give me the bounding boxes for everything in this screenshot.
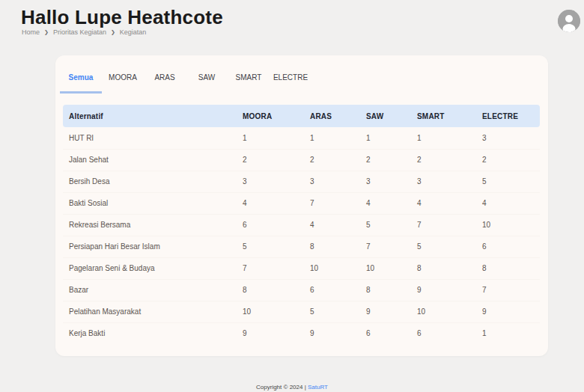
cell-alternatif: Bersih Desa [63,171,237,192]
cell-value: 10 [476,214,540,236]
cell-value: 7 [237,257,304,279]
cell-value: 1 [237,127,304,149]
tab-bar: Semua MOORA ARAS SAW SMART ELECTRE [55,55,548,94]
person-icon [558,10,580,32]
cell-value: 5 [237,236,304,257]
table-row: Rekreasi Bersama 6 4 5 7 10 [63,214,540,236]
cell-value: 1 [304,127,360,149]
breadcrumb-item-kegiatan: Kegiatan [120,28,147,36]
cell-value: 4 [476,192,540,214]
table-row: Jalan Sehat 2 2 2 2 2 [63,149,540,171]
table-row: Bersih Desa 3 3 3 3 5 [63,171,540,192]
alternatif-table-container: Alternatif MOORA ARAS SAW SMART ELECTRE … [63,105,532,344]
cell-value: 5 [476,171,540,192]
cell-value: 7 [476,279,540,301]
cell-value: 6 [360,322,411,344]
cell-value: 4 [304,214,360,236]
cell-value: 6 [304,279,360,301]
cell-value: 9 [411,279,476,301]
chevron-right-icon: ❯ [111,29,115,35]
cell-alternatif: Jalan Sehat [63,149,237,171]
cell-value: 9 [476,301,540,322]
column-header-smart: SMART [411,105,476,127]
cell-value: 6 [411,322,476,344]
cell-alternatif: Bakti Sosial [63,192,237,214]
cell-value: 10 [360,257,411,279]
cell-value: 5 [304,301,360,322]
cell-alternatif: Pelatihan Masyarakat [63,301,237,322]
cell-value: 10 [237,301,304,322]
cell-value: 8 [360,279,411,301]
cell-value: 9 [304,322,360,344]
cell-value: 3 [411,171,476,192]
saturt-link[interactable]: SatuRT [308,384,328,391]
cell-value: 4 [411,192,476,214]
chevron-right-icon: ❯ [44,29,49,35]
tab-aras[interactable]: ARAS [144,73,186,94]
column-header-aras: ARAS [304,105,360,127]
column-header-alternatif: Alternatif [63,105,237,127]
breadcrumb: Home ❯ Prioritas Kegiatan ❯ Kegiatan [22,28,146,36]
cell-value: 5 [360,214,411,236]
cell-value: 8 [304,236,360,257]
cell-value: 7 [360,236,411,257]
cell-value: 3 [237,171,304,192]
cell-value: 9 [360,301,411,322]
column-header-saw: SAW [360,105,411,127]
cell-value: 1 [360,127,411,149]
cell-value: 9 [237,322,304,344]
cell-value: 2 [360,149,411,171]
cell-value: 1 [411,127,476,149]
cell-alternatif: Pagelaran Seni & Budaya [63,257,237,279]
table-row: Pagelaran Seni & Budaya 7 10 10 8 8 [63,257,540,279]
cell-value: 10 [304,257,360,279]
cell-value: 6 [476,236,540,257]
cell-value: 8 [411,257,476,279]
cell-value: 10 [411,301,476,322]
alternatif-table: Alternatif MOORA ARAS SAW SMART ELECTRE … [63,105,540,344]
breadcrumb-item-home[interactable]: Home [22,28,40,36]
table-row: Bakti Sosial 4 7 4 4 4 [63,192,540,214]
cell-value: 3 [304,171,360,192]
cell-value: 8 [237,279,304,301]
cell-value: 3 [476,127,540,149]
tab-semua[interactable]: Semua [60,73,102,94]
user-avatar-icon[interactable] [558,10,580,32]
cell-alternatif: Kerja Bakti [63,322,237,344]
table-row: HUT RI 1 1 1 1 3 [63,127,540,149]
cell-alternatif: HUT RI [63,127,237,149]
column-header-electre: ELECTRE [476,105,540,127]
cell-value: 2 [476,149,540,171]
cell-value: 7 [304,192,360,214]
table-row: Bazar 8 6 8 9 7 [63,279,540,301]
tab-moora[interactable]: MOORA [102,73,144,94]
cell-value: 2 [304,149,360,171]
cell-value: 8 [476,257,540,279]
cell-value: 5 [411,236,476,257]
table-row: Kerja Bakti 9 9 6 6 1 [63,322,540,344]
footer: Copyright © 2024 | SatuRT [0,384,584,391]
table-header-row: Alternatif MOORA ARAS SAW SMART ELECTRE [63,105,540,127]
breadcrumb-item-prioritas-kegiatan[interactable]: Prioritas Kegiatan [53,28,106,36]
cell-value: 4 [360,192,411,214]
tab-smart[interactable]: SMART [228,73,270,94]
tab-electre[interactable]: ELECTRE [270,73,311,94]
cell-value: 7 [411,214,476,236]
copyright-text: Copyright © 2024 | [256,384,306,391]
table-row: Persiapan Hari Besar Islam 5 8 7 5 6 [63,236,540,257]
table-row: Pelatihan Masyarakat 10 5 9 10 9 [63,301,540,322]
column-header-moora: MOORA [237,105,304,127]
cell-value: 3 [360,171,411,192]
cell-alternatif: Bazar [63,279,237,301]
page-title: Hallo Lupe Heathcote [21,6,223,29]
cell-value: 1 [476,322,540,344]
cell-alternatif: Rekreasi Bersama [63,214,237,236]
content-card: Semua MOORA ARAS SAW SMART ELECTRE Alter… [55,55,548,356]
cell-value: 6 [237,214,304,236]
cell-value: 2 [237,149,304,171]
cell-value: 2 [411,149,476,171]
cell-alternatif: Persiapan Hari Besar Islam [63,236,237,257]
cell-value: 4 [237,192,304,214]
tab-saw[interactable]: SAW [186,73,228,94]
